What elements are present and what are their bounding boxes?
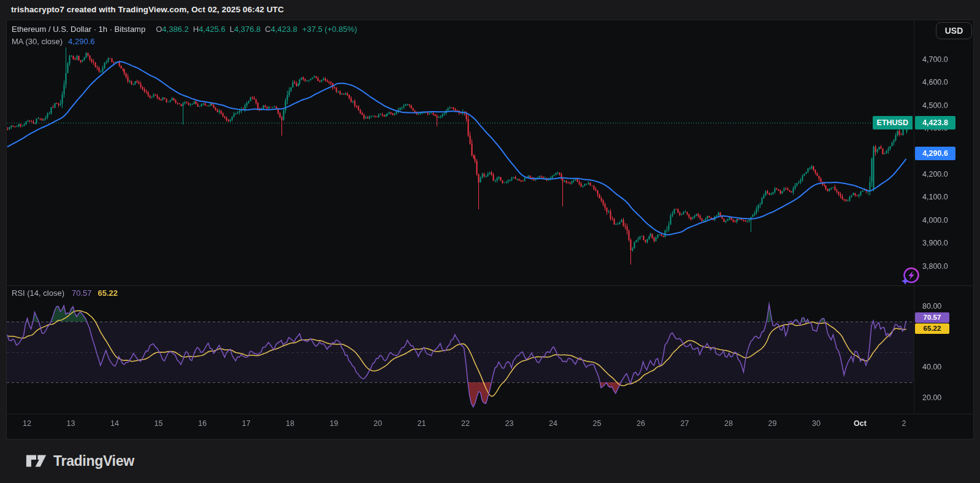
time-tick-label: 30: [812, 419, 821, 428]
time-tick-label: 15: [155, 419, 163, 428]
footer-bar: TradingView: [0, 439, 980, 483]
rsi-ma-value: 65.22: [98, 288, 118, 298]
time-tick-label: 28: [724, 419, 733, 428]
rsi-tick-label: 80.00: [922, 301, 941, 311]
time-tick-label: 27: [681, 419, 689, 428]
chart-widget: Ethereum / U.S. Dollar · 1h · BitstampO4…: [6, 20, 974, 439]
last-price-badge: 4,423.8: [915, 116, 955, 129]
rsi-value-badge: 70.57: [915, 312, 949, 323]
change-value: +37.5 (+0.85%): [302, 25, 358, 34]
time-tick-label: 26: [637, 419, 645, 428]
price-tick-label: 3,900.0: [922, 238, 948, 248]
symbol-name-badge: ETHUSD: [873, 116, 913, 129]
time-tick-label: 24: [549, 419, 557, 428]
high-label: H: [193, 25, 199, 34]
ma-value: 4,290.6: [68, 37, 94, 46]
price-tick-label: 4,600.0: [922, 77, 948, 87]
time-tick-label: 20: [373, 419, 382, 428]
time-tick-label: 12: [23, 419, 31, 428]
open-value: 4,386.2: [162, 25, 188, 34]
time-tick-label: 17: [242, 419, 251, 428]
time-tick-label: 14: [110, 419, 119, 428]
rsi-value: 70.57: [72, 288, 92, 298]
price-tick-label: 4,500.0: [922, 101, 948, 110]
time-axis[interactable]: 12131415161718192021222324252627282930Oc…: [7, 414, 914, 440]
open-label: O: [156, 25, 162, 34]
rsi-legend[interactable]: RSI (14, close)70.5765.22: [12, 288, 118, 298]
close-value: 4,423.8: [270, 25, 297, 34]
rsi-tick-label: 40.00: [922, 362, 941, 372]
time-tick-label: 13: [67, 419, 75, 428]
time-tick-label: 25: [593, 419, 602, 428]
currency-toggle-button[interactable]: USD: [936, 22, 972, 39]
ma-legend[interactable]: MA (30, close)4,290.6: [12, 37, 94, 46]
attribution-bar: trishacrypto7 created with TradingView.c…: [0, 0, 980, 20]
time-tick-label: 16: [198, 419, 207, 428]
symbol-title: Ethereum / U.S. Dollar · 1h · Bitstamp: [12, 25, 145, 34]
time-tick-label: 23: [505, 419, 514, 428]
time-tick-label: 29: [768, 419, 777, 428]
low-label: L: [229, 25, 234, 34]
time-tick-label: 19: [330, 419, 339, 428]
attribution-text: trishacrypto7 created with TradingView.c…: [11, 5, 284, 14]
time-tick-label: 21: [418, 419, 426, 428]
time-tick-label: 18: [286, 419, 294, 428]
tradingview-logo-text: TradingView: [53, 453, 134, 469]
tradingview-logo[interactable]: TradingView: [25, 452, 134, 469]
rsi-tick-label: 20.00: [922, 393, 941, 403]
time-tick-label: 22: [461, 419, 470, 428]
rsi-label: RSI (14, close): [12, 288, 64, 298]
price-tick-label: 3,800.0: [922, 261, 948, 271]
high-value: 4,425.6: [199, 25, 225, 34]
price-tick-label: 4,700.0: [922, 55, 948, 64]
time-tick-label: 2: [902, 419, 906, 428]
price-tick-label: 4,100.0: [922, 192, 948, 202]
price-tick-label: 4,000.0: [922, 215, 948, 225]
ma-label: MA (30, close): [12, 37, 63, 46]
chart-canvas[interactable]: [7, 20, 973, 439]
tradingview-logo-icon: [25, 452, 48, 469]
price-tick-label: 4,200.0: [922, 169, 948, 179]
time-tick-label: Oct: [854, 419, 867, 428]
symbol-legend[interactable]: Ethereum / U.S. Dollar · 1h · BitstampO4…: [12, 25, 357, 34]
supercharts-flash-icon[interactable]: [900, 266, 921, 287]
rsi-ma-value-badge: 65.22: [915, 323, 949, 334]
low-value: 4,376.8: [234, 25, 261, 34]
ma-value-badge: 4,290.6: [915, 147, 955, 160]
pane-divider[interactable]: [7, 285, 973, 286]
price-axis-separator: [914, 20, 914, 414]
